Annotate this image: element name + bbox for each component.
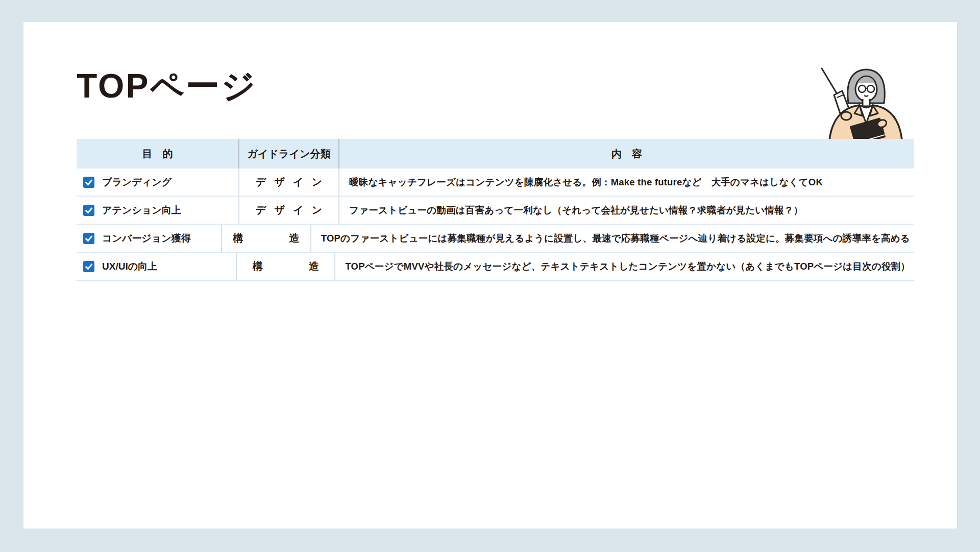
instructor-illustration <box>817 65 916 139</box>
page-title: TOPページ <box>77 69 257 103</box>
header-content: 内 容 <box>338 139 914 169</box>
header-guideline-category: ガイドライン分類 <box>238 139 338 169</box>
row-2-checkbox[interactable] <box>83 205 94 216</box>
row-2-purpose: アテンション向上 <box>102 204 181 217</box>
row-3-category: 構造 <box>233 231 300 245</box>
row-1-category: デザイン <box>256 175 322 189</box>
slide-card: TOPページ <box>23 22 957 529</box>
row-1-content: 曖昧なキャッチフレーズはコンテンツを陳腐化させる。例：Make the futu… <box>349 176 823 188</box>
checkmark-icon <box>84 234 93 243</box>
table-row-2: アテンション向上 デザイン ファーストビューの動画は百害あって一利なし（それって… <box>77 197 914 225</box>
header-purpose: 目 的 <box>77 139 238 169</box>
table-row-1: ブランディング デザイン 曖昧なキャッチフレーズはコンテンツを陳腐化させる。例：… <box>77 169 914 197</box>
row-4-checkbox[interactable] <box>83 261 94 272</box>
checkmark-icon <box>84 206 93 215</box>
row-2-content: ファーストビューの動画は百害あって一利なし（それって会社が見せたい情報？求職者が… <box>349 204 803 217</box>
row-4-category: 構造 <box>253 259 319 273</box>
instructor-with-pointer-icon <box>817 65 916 139</box>
row-2-category: デザイン <box>256 203 322 217</box>
row-4-content: TOPページでMVVや社長のメッセージなど、テキストテキストしたコンテンツを置か… <box>345 260 910 273</box>
row-3-purpose: コンバージョン獲得 <box>102 232 191 245</box>
checkmark-icon <box>84 178 93 187</box>
table-header-row: 目 的 ガイドライン分類 内 容 <box>77 139 914 169</box>
row-3-checkbox[interactable] <box>83 233 94 244</box>
table-row-3: コンバージョン獲得 構造 TOPのファーストビューには募集職種が見えるように設置… <box>77 225 914 253</box>
row-1-purpose: ブランディング <box>102 176 172 189</box>
checkmark-icon <box>84 262 93 271</box>
guideline-table: 目 的 ガイドライン分類 内 容 ブランディング デザイン 曖昧なキャッチフレー… <box>77 139 914 281</box>
row-4-purpose: UX/UIの向上 <box>102 260 157 273</box>
row-3-content: TOPのファーストビューには募集職種が見えるように設置し、最速で応募職種ページへ… <box>321 232 910 245</box>
table-row-4: UX/UIの向上 構造 TOPページでMVVや社長のメッセージなど、テキストテキ… <box>77 253 914 281</box>
row-1-checkbox[interactable] <box>83 177 94 188</box>
